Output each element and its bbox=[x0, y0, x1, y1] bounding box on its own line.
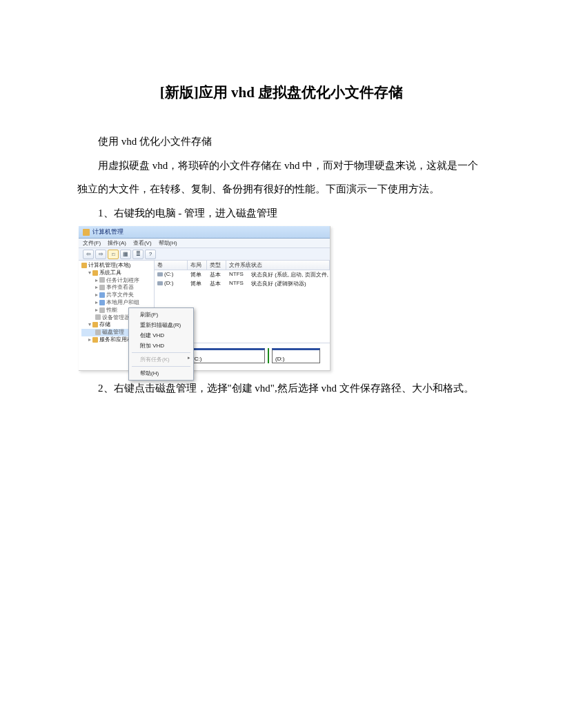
toolbar-forward-button[interactable]: ⇨ bbox=[95, 250, 106, 259]
tree-event-viewer[interactable]: ▸事件查看器 bbox=[81, 284, 151, 292]
col-layout[interactable]: 布局 bbox=[188, 261, 207, 270]
share-icon bbox=[99, 292, 105, 298]
task-icon bbox=[99, 277, 105, 283]
volume-icon bbox=[157, 272, 163, 276]
ctx-separator bbox=[132, 366, 190, 367]
volume-list: (C:) 简单 基本 NTFS 状态良好 (系统, 启动, 页面文件, 活动, … bbox=[155, 270, 330, 288]
col-volume[interactable]: 卷 bbox=[155, 261, 188, 270]
partition-c[interactable]: (C:) bbox=[189, 348, 265, 363]
tree-root[interactable]: 计算机管理(本地) bbox=[81, 262, 151, 270]
ctx-all-tasks: 所有任务(K) bbox=[129, 354, 193, 365]
folder-icon bbox=[92, 270, 98, 276]
volume-icon bbox=[157, 281, 163, 285]
paragraph-step-1: 1、右键我的电脑 - 管理，进入磁盘管理 bbox=[77, 201, 486, 225]
volume-row[interactable]: (D:) 简单 基本 NTFS 状态良好 (逻辑驱动器) bbox=[155, 279, 330, 288]
users-icon bbox=[99, 300, 105, 305]
ctx-rescan-disks[interactable]: 重新扫描磁盘(R) bbox=[129, 320, 193, 330]
page-title: [新版]应用 vhd 虚拟盘优化小文件存储 bbox=[77, 83, 486, 102]
col-status[interactable]: 状态 bbox=[248, 261, 330, 270]
app-icon bbox=[83, 229, 90, 236]
toolbar-list-button[interactable]: ≣ bbox=[132, 250, 144, 259]
perf-icon bbox=[99, 307, 105, 313]
volume-row[interactable]: (C:) 简单 基本 NTFS 状态良好 (系统, 启动, 页面文件, 活动, … bbox=[155, 270, 330, 279]
paragraph-intro-2: 用虚拟硬盘 vhd，将琐碎的小文件存储在 vhd 中，而对于物理硬盘来说，这就是… bbox=[77, 154, 486, 201]
menu-help[interactable]: 帮助(H) bbox=[159, 239, 177, 247]
tree-local-users[interactable]: ▸本地用户和组 bbox=[81, 299, 151, 307]
ctx-create-vhd[interactable]: 创建 VHD bbox=[129, 330, 193, 341]
window-title: 计算机管理 bbox=[92, 228, 124, 236]
paragraph-intro-1: 使用 vhd 优化小文件存储 bbox=[77, 130, 486, 154]
computer-icon bbox=[81, 263, 87, 268]
ctx-help[interactable]: 帮助(H) bbox=[129, 368, 193, 378]
col-filesystem[interactable]: 文件系统 bbox=[226, 261, 248, 270]
toolbar-help-button[interactable]: ? bbox=[145, 250, 156, 259]
ctx-refresh[interactable]: 刷新(F) bbox=[129, 310, 193, 320]
toolbar: ⇦ ⇨ ⏍ ▦ ≣ ? bbox=[79, 248, 330, 261]
context-menu: 刷新(F) 重新扫描磁盘(R) 创建 VHD 附加 VHD 所有任务(K) 帮助… bbox=[128, 307, 194, 381]
partition-gap bbox=[268, 348, 269, 363]
services-icon bbox=[92, 337, 98, 343]
toolbar-up-button[interactable]: ⏍ bbox=[108, 250, 119, 259]
event-icon bbox=[99, 285, 105, 290]
tree-shared-folders[interactable]: ▸共享文件夹 bbox=[81, 292, 151, 299]
menu-file[interactable]: 文件(F) bbox=[83, 239, 101, 247]
tree-system-tools[interactable]: ▾系统工具 bbox=[81, 270, 151, 277]
storage-icon bbox=[92, 322, 98, 327]
disk-management-screenshot: 计算机管理 文件(F) 操作(A) 查看(V) 帮助(H) ⇦ ⇨ ⏍ ▦ ≣ … bbox=[79, 226, 330, 371]
volume-list-header: 卷 布局 类型 文件系统 状态 bbox=[155, 261, 330, 270]
window-titlebar: 计算机管理 bbox=[79, 226, 330, 239]
partition-d[interactable]: (D:) bbox=[272, 348, 320, 363]
disk-icon bbox=[95, 330, 101, 335]
ctx-separator bbox=[132, 352, 190, 353]
menu-action[interactable]: 操作(A) bbox=[108, 239, 126, 247]
menu-bar: 文件(F) 操作(A) 查看(V) 帮助(H) bbox=[79, 239, 330, 248]
tree-task-scheduler[interactable]: ▸任务计划程序 bbox=[81, 277, 151, 285]
device-icon bbox=[95, 314, 101, 320]
menu-view[interactable]: 查看(V) bbox=[133, 239, 152, 247]
ctx-attach-vhd[interactable]: 附加 VHD bbox=[129, 341, 193, 351]
toolbar-grid-button[interactable]: ▦ bbox=[120, 250, 131, 259]
toolbar-back-button[interactable]: ⇦ bbox=[83, 250, 94, 259]
col-type[interactable]: 类型 bbox=[207, 261, 226, 270]
